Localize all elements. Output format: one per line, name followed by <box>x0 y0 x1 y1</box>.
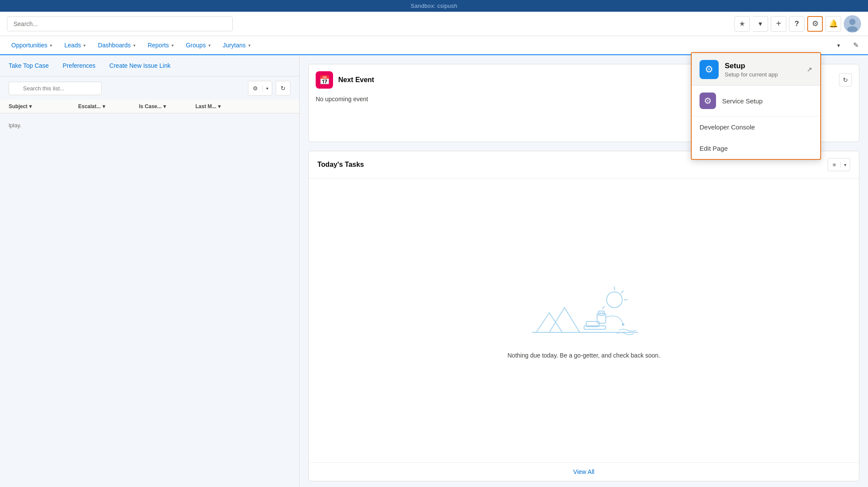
svg-line-10 <box>602 306 605 309</box>
service-setup-label: Service Setup <box>722 97 762 105</box>
gear-icon: ⚙ <box>812 19 818 28</box>
service-setup-icon: ⚙ <box>700 93 716 109</box>
setup-subtitle: Setup for current app <box>725 71 801 78</box>
panel-search-row: 🔍 ⚙ ▾ ↻ <box>0 76 299 100</box>
col-label-subject: Subject <box>9 103 27 109</box>
take-top-case-button[interactable]: Take Top Case <box>9 62 56 69</box>
create-new-issue-link-button[interactable]: Create New Issue Link <box>109 62 178 69</box>
col-header-escalation[interactable]: Escalat... ▾ <box>78 103 130 109</box>
calendar-icon: 📅 <box>316 71 333 89</box>
nav-label-leads: Leads <box>64 42 81 49</box>
next-event-refresh-button[interactable]: ↻ <box>839 73 852 86</box>
nav-item-opportunities[interactable]: Opportunities ▾ <box>5 36 58 55</box>
col-header-is-case[interactable]: Is Case... ▾ <box>139 103 187 109</box>
right-bottom: Today's Tasks ≡ ▾ <box>300 151 868 487</box>
col-label-is-case: Is Case... <box>139 103 162 109</box>
tasks-footer: View All <box>309 462 859 481</box>
nav-item-groups[interactable]: Groups ▾ <box>180 36 217 55</box>
tasks-title: Today's Tasks <box>317 161 364 169</box>
panel-settings-inner: ⚙ <box>248 85 263 92</box>
col-header-subject[interactable]: Subject ▾ <box>9 103 69 109</box>
svg-line-9 <box>621 291 624 293</box>
nav-item-reports[interactable]: Reports ▾ <box>142 36 180 55</box>
nav-label-groups: Groups <box>186 42 206 49</box>
edit-page-label: Edit Page <box>700 145 728 152</box>
nav-chevron-leads: ▾ <box>83 43 86 48</box>
developer-console-label: Developer Console <box>700 123 755 131</box>
preferences-button[interactable]: Preferences <box>63 62 102 69</box>
panel-settings-chevron-icon: ▾ <box>263 86 272 91</box>
nav-label-reports: Reports <box>148 42 169 49</box>
edit-page-item[interactable]: Edit Page <box>692 138 820 159</box>
refresh-icon: ↻ <box>843 76 848 83</box>
setup-text: Setup Setup for current app <box>725 62 801 78</box>
setup-title: Setup <box>725 62 801 70</box>
tasks-widget: Today's Tasks ≡ ▾ <box>308 151 859 481</box>
nav-label-dashboards: Dashboards <box>98 42 131 49</box>
search-input[interactable] <box>7 17 233 31</box>
col-label-last-modified: Last M... <box>195 103 216 109</box>
help-button[interactable]: ? <box>789 16 805 32</box>
nav-chevron-groups: ▾ <box>208 43 211 48</box>
notifications-button[interactable]: 🔔 <box>825 16 841 32</box>
refresh-icon: ↻ <box>281 85 286 92</box>
svg-point-15 <box>599 312 601 314</box>
panel-search-input[interactable] <box>9 82 102 95</box>
setup-dropdown-item[interactable]: ⚙ Setup Setup for current app ↗ <box>692 53 820 86</box>
panel-refresh-button[interactable]: ↻ <box>276 81 290 96</box>
tasks-filter-chevron-icon: ▾ <box>841 162 850 167</box>
external-link-icon[interactable]: ↗ <box>807 66 812 73</box>
col-sort-is-case: ▾ <box>163 103 166 109</box>
plus-icon: + <box>776 19 781 29</box>
tasks-empty-text: Nothing due today. Be a go-getter, and c… <box>508 352 660 359</box>
bell-icon: 🔔 <box>829 19 838 28</box>
setup-dropdown-menu: ⚙ Setup Setup for current app ↗ ⚙ Servic… <box>691 52 821 160</box>
favorites-dropdown-button[interactable]: ▾ <box>752 16 768 32</box>
svg-marker-4 <box>536 313 562 332</box>
panel-settings-button[interactable]: ⚙ ▾ <box>248 81 272 96</box>
star-icon: ★ <box>739 20 745 28</box>
left-panel: Take Top Case Preferences Create New Iss… <box>0 55 300 487</box>
col-header-last-modified[interactable]: Last M... ▾ <box>195 103 248 109</box>
question-icon: ? <box>795 20 799 28</box>
top-banner: Sandbox: csipush <box>0 0 868 12</box>
user-avatar[interactable] <box>844 15 861 33</box>
favorite-star-button[interactable]: ★ <box>734 16 750 32</box>
svg-point-6 <box>607 292 622 308</box>
svg-point-1 <box>849 19 855 25</box>
header: ★ ▾ + ? ⚙ 🔔 <box>0 12 868 36</box>
nav-item-dashboards[interactable]: Dashboards ▾ <box>92 36 142 55</box>
nav-label-jurytans: Jurytans <box>223 42 246 49</box>
next-event-title: Next Event <box>338 76 374 84</box>
svg-point-16 <box>602 312 604 314</box>
col-sort-last-modified: ▾ <box>218 103 221 109</box>
tasks-body: Nothing due today. Be a go-getter, and c… <box>309 179 859 462</box>
panel-empty-text: lplay. <box>0 113 299 137</box>
service-setup-item[interactable]: ⚙ Service Setup <box>692 86 820 116</box>
banner-text: Sandbox: csipush <box>411 3 457 9</box>
nav-item-jurytans[interactable]: Jurytans ▾ <box>217 36 257 55</box>
svg-point-17 <box>622 323 624 326</box>
nav-chevron-dashboards: ▾ <box>133 43 135 48</box>
tasks-view-all-link[interactable]: View All <box>573 468 594 475</box>
settings-gear-icon: ⚙ <box>253 85 258 92</box>
nav-edit-button[interactable]: ✎ <box>849 38 863 52</box>
nav-chevron-jurytans: ▾ <box>248 43 251 48</box>
tasks-controls: ≡ ▾ <box>828 158 850 171</box>
developer-console-item[interactable]: Developer Console <box>692 116 820 138</box>
calendar-symbol: 📅 <box>319 75 330 85</box>
tasks-filter-label: ≡ <box>828 162 841 168</box>
panel-search-wrap: 🔍 <box>9 82 244 95</box>
chevron-down-icon: ▾ <box>759 20 762 28</box>
panel-toolbar: Take Top Case Preferences Create New Iss… <box>0 55 299 76</box>
header-actions: ★ ▾ + ? ⚙ 🔔 <box>734 15 861 33</box>
tasks-filter-button[interactable]: ≡ ▾ <box>828 158 850 171</box>
nav-item-leads[interactable]: Leads ▾ <box>58 36 92 55</box>
nav-more-button[interactable]: ▾ <box>832 38 845 52</box>
add-button[interactable]: + <box>771 16 786 32</box>
nav-chevron-reports: ▾ <box>172 43 174 48</box>
col-label-escalation: Escalat... <box>78 103 101 109</box>
nav-end: ▾ ✎ <box>832 38 863 52</box>
setup-gear-button[interactable]: ⚙ <box>807 16 823 32</box>
panel-table-header: Subject ▾ Escalat... ▾ Is Case... ▾ Last… <box>0 100 299 113</box>
